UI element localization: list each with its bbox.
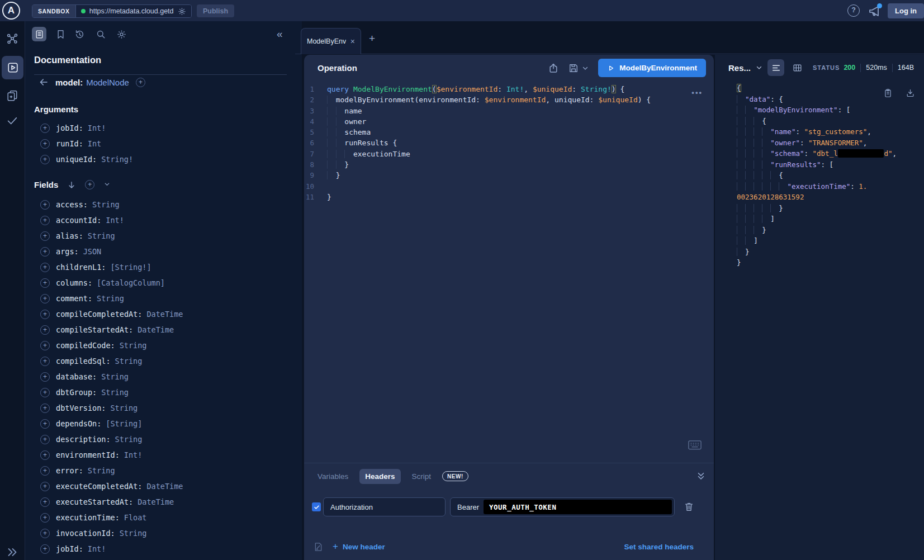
add-field-icon[interactable]: + xyxy=(40,231,50,241)
field-type[interactable]: Int! xyxy=(88,544,106,553)
field-type[interactable]: String xyxy=(120,341,147,350)
field-type[interactable]: Int xyxy=(88,139,101,148)
checks-icon[interactable] xyxy=(6,115,18,127)
explorer-nav-item[interactable] xyxy=(2,56,23,79)
search-icon[interactable] xyxy=(96,29,106,40)
add-to-query-icon[interactable]: + xyxy=(136,78,145,87)
header-enabled-checkbox[interactable] xyxy=(312,502,321,511)
set-shared-headers-link[interactable]: Set shared headers xyxy=(624,543,694,551)
field-type[interactable]: DateTime xyxy=(146,482,183,491)
field-type[interactable]: Float xyxy=(124,513,147,522)
login-button[interactable]: Log in xyxy=(888,3,924,18)
add-field-icon[interactable]: + xyxy=(40,419,50,429)
add-field-icon[interactable]: + xyxy=(40,529,50,538)
add-field-icon[interactable]: + xyxy=(40,325,50,335)
add-field-icon[interactable]: + xyxy=(40,124,50,133)
add-field-icon[interactable]: + xyxy=(40,247,50,257)
add-field-icon[interactable]: + xyxy=(40,450,50,460)
expand-rail-icon[interactable] xyxy=(6,545,19,559)
header-key-input[interactable]: Authorization xyxy=(323,497,446,516)
field-type[interactable]: String xyxy=(110,404,138,412)
delete-header-icon[interactable] xyxy=(684,501,694,512)
field-type[interactable]: String xyxy=(115,357,143,366)
header-value-input[interactable]: Bearer YOUR_AUTH_TOKEN xyxy=(450,497,675,516)
field-type[interactable]: Int! xyxy=(106,216,124,225)
close-tab-icon[interactable]: × xyxy=(350,37,355,46)
field-type[interactable]: JSON xyxy=(83,247,102,256)
add-field-icon[interactable]: + xyxy=(40,388,50,397)
table-view-toggle-icon[interactable] xyxy=(789,59,805,76)
operation-collections-icon[interactable] xyxy=(6,89,18,102)
add-field-icon[interactable]: + xyxy=(40,435,50,444)
field-type[interactable]: String xyxy=(101,372,129,381)
tab-variables[interactable]: Variables xyxy=(312,469,354,484)
tab-headers[interactable]: Headers xyxy=(359,469,400,484)
schema-graph-icon[interactable] xyxy=(6,32,18,45)
field-type[interactable]: [String!] xyxy=(110,263,151,272)
help-icon[interactable]: ? xyxy=(847,4,860,17)
editor-options-icon[interactable]: ••• xyxy=(691,88,703,97)
announcements-megaphone-icon[interactable] xyxy=(868,4,881,18)
field-type[interactable]: DateTime xyxy=(138,325,174,334)
operation-tab[interactable]: ModelByEnvi... × xyxy=(301,28,361,54)
field-type[interactable]: Int! xyxy=(124,450,143,459)
add-field-icon[interactable]: + xyxy=(40,466,50,476)
run-operation-button[interactable]: ModelByEnvironment xyxy=(598,59,706,77)
field-type[interactable]: String xyxy=(88,231,115,240)
collapse-footer-icon[interactable] xyxy=(696,472,706,481)
add-field-icon[interactable]: + xyxy=(40,278,50,288)
add-field-icon[interactable]: + xyxy=(40,544,50,554)
new-tab-icon[interactable]: + xyxy=(369,32,375,45)
bookmarks-icon[interactable] xyxy=(55,29,66,40)
back-arrow-icon[interactable] xyxy=(39,77,49,87)
raw-view-toggle-icon[interactable] xyxy=(767,59,784,76)
history-icon[interactable] xyxy=(74,29,85,40)
save-options-chevron-icon[interactable] xyxy=(581,64,589,72)
collapse-panel-icon[interactable]: « xyxy=(277,28,283,40)
settings-gear-icon[interactable] xyxy=(116,29,127,40)
endpoint-url[interactable]: https://metadata.cloud.getd xyxy=(89,7,174,15)
field-type[interactable]: DateTime xyxy=(146,310,183,319)
response-chevron-icon[interactable] xyxy=(755,64,763,72)
graphql-code-editor[interactable]: 1query ModelByEnvironment($environmentId… xyxy=(304,81,714,203)
publish-button[interactable]: Publish xyxy=(197,4,234,17)
keyboard-shortcuts-icon[interactable] xyxy=(688,440,702,450)
field-type[interactable]: String xyxy=(88,466,115,475)
add-field-icon[interactable]: + xyxy=(40,357,50,366)
add-field-icon[interactable]: + xyxy=(40,155,50,164)
add-field-icon[interactable]: + xyxy=(40,263,50,272)
endpoint-input[interactable]: https://metadata.cloud.getd xyxy=(76,5,191,17)
field-type[interactable]: String xyxy=(92,200,120,209)
add-field-icon[interactable]: + xyxy=(40,216,50,225)
field-type[interactable]: String xyxy=(101,388,129,397)
field-type[interactable]: String xyxy=(115,435,143,444)
add-all-fields-icon[interactable]: + xyxy=(85,180,94,189)
field-type[interactable]: DateTime xyxy=(138,497,174,506)
field-type[interactable]: String xyxy=(97,294,124,303)
add-field-icon[interactable]: + xyxy=(40,294,50,303)
save-operation-icon[interactable] xyxy=(568,63,579,74)
response-title[interactable]: Res... xyxy=(728,63,751,73)
sandbox-badge[interactable]: SANDBOX xyxy=(32,5,76,17)
field-type[interactable]: String xyxy=(120,529,147,538)
apollo-logo[interactable]: A xyxy=(2,2,20,20)
new-header-button[interactable]: + New header xyxy=(333,541,385,552)
add-field-icon[interactable]: + xyxy=(40,139,50,149)
sort-arrow-icon[interactable] xyxy=(67,181,76,189)
edit-as-text-icon[interactable] xyxy=(313,542,324,552)
add-field-icon[interactable]: + xyxy=(40,200,50,210)
add-field-icon[interactable]: + xyxy=(40,513,50,523)
field-type[interactable]: [String] xyxy=(106,419,142,428)
add-field-icon[interactable]: + xyxy=(40,482,50,491)
field-type[interactable]: Int! xyxy=(88,124,106,132)
field-type[interactable]: [CatalogColumn] xyxy=(97,278,165,287)
chevron-down-icon[interactable] xyxy=(103,181,111,189)
response-json-viewer[interactable]: { "data": { "modelByEnvironment": [ { "n… xyxy=(737,84,921,269)
add-field-icon[interactable]: + xyxy=(40,497,50,507)
tab-script[interactable]: Script xyxy=(406,469,437,484)
add-field-icon[interactable]: + xyxy=(40,372,50,382)
add-field-icon[interactable]: + xyxy=(40,310,50,319)
share-operation-icon[interactable] xyxy=(548,63,559,74)
add-field-icon[interactable]: + xyxy=(40,404,50,413)
field-type[interactable]: String! xyxy=(101,155,133,164)
